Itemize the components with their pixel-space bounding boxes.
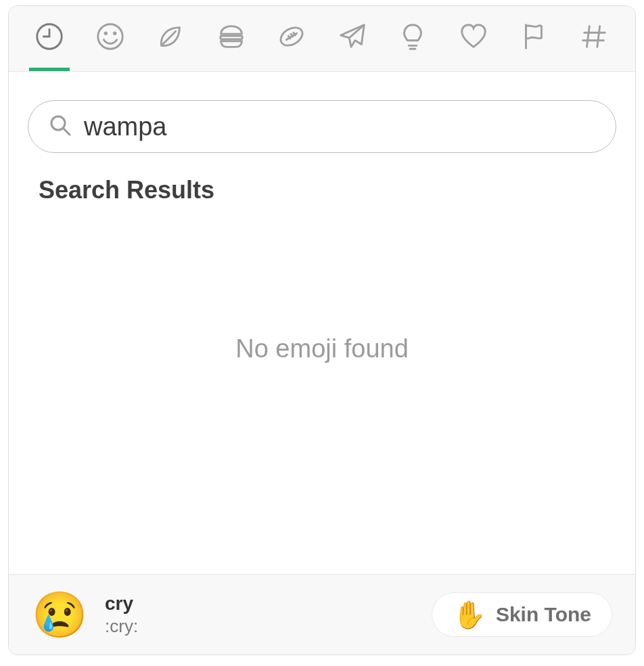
- svg-line-9: [64, 129, 70, 135]
- tab-activity[interactable]: [271, 18, 312, 71]
- tab-food[interactable]: [211, 18, 252, 71]
- results-empty: No emoji found: [9, 204, 635, 574]
- svg-rect-4: [220, 36, 242, 39]
- tab-travel[interactable]: [332, 18, 373, 71]
- picker-footer: 😢 cry :cry: ✋ Skin Tone: [9, 574, 635, 654]
- flag-icon: [518, 21, 549, 55]
- tab-nature[interactable]: [150, 18, 191, 71]
- results-heading: Search Results: [9, 153, 635, 204]
- tab-symbols[interactable]: [453, 18, 494, 71]
- emoji-preview: 😢 cry :cry:: [32, 592, 138, 637]
- skin-tone-button[interactable]: ✋ Skin Tone: [432, 592, 612, 637]
- svg-point-1: [97, 24, 122, 49]
- tab-recent[interactable]: [29, 18, 70, 71]
- search-icon: [49, 114, 72, 139]
- smiley-icon: [95, 21, 126, 55]
- tab-custom[interactable]: [574, 18, 615, 71]
- plane-icon: [337, 21, 368, 55]
- svg-point-2: [104, 32, 107, 35]
- heart-icon: [458, 21, 489, 55]
- search-input[interactable]: [84, 112, 595, 141]
- preview-meta: cry :cry:: [105, 593, 138, 637]
- hash-icon: [579, 21, 610, 55]
- football-icon: [276, 21, 307, 55]
- tab-smileys[interactable]: [90, 18, 131, 71]
- svg-point-3: [113, 32, 116, 35]
- search-field[interactable]: [28, 100, 616, 153]
- burger-icon: [216, 21, 247, 55]
- preview-emoji-name: cry: [105, 593, 138, 615]
- preview-emoji-glyph: 😢: [32, 592, 87, 637]
- category-tabs: [9, 6, 635, 72]
- hand-icon: ✋: [453, 601, 486, 628]
- leaf-icon: [155, 21, 186, 55]
- preview-emoji-shortcode: :cry:: [105, 616, 138, 637]
- search-section: [9, 72, 635, 153]
- tab-objects[interactable]: [392, 18, 433, 71]
- clock-icon: [34, 21, 65, 55]
- emoji-picker: Search Results No emoji found 😢 cry :cry…: [8, 5, 636, 655]
- skin-tone-label: Skin Tone: [496, 603, 591, 626]
- bulb-icon: [397, 21, 428, 55]
- empty-message: No emoji found: [235, 334, 409, 363]
- tab-flags[interactable]: [513, 18, 554, 71]
